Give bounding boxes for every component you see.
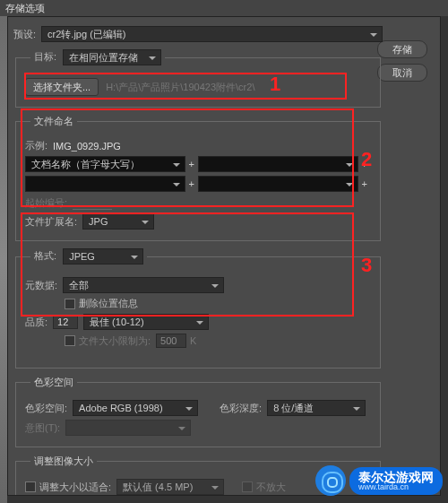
plus-icon: + — [362, 159, 367, 169]
ext-select[interactable]: JPG — [82, 213, 154, 230]
metadata-label: 元数据: — [25, 279, 57, 292]
window-title: 存储选项 — [5, 3, 45, 13]
colordepth-select[interactable]: 8 位/通道 — [267, 400, 366, 416]
no-enlarge-label: 不放大 — [256, 481, 286, 494]
preset-row: 预设: cr2转.jpg (已编辑) — [13, 26, 383, 42]
resize-fit-value: 默认值 (4.5 MP) — [123, 480, 193, 494]
plus-icon: + — [189, 178, 194, 189]
metadata-value: 全部 — [69, 278, 89, 292]
startnum-input[interactable] — [73, 195, 112, 210]
ext-label: 文件扩展名: — [25, 215, 77, 229]
resize-legend: 调整图像大小 — [30, 455, 97, 468]
filesize-limit-input[interactable] — [156, 334, 186, 348]
color-legend: 色彩空间 — [30, 376, 77, 389]
delete-location-checkbox[interactable] — [65, 299, 75, 309]
left-edge-strip — [0, 16, 7, 503]
resize-fieldset: 调整图像大小 调整大小以适合: 默认值 (4.5 MP) 不放大 W: H: 像… — [15, 455, 381, 496]
format-type: JPEG — [69, 249, 95, 264]
format-legend-text: 格式: — [34, 250, 56, 261]
target-legend-text: 目标: — [34, 51, 56, 62]
format-fieldset: 格式: JPEG 元数据: 全部 删除位置信息 品质: 最佳 (10-12) 文… — [15, 248, 381, 369]
ext-value: JPG — [89, 214, 108, 229]
main-area: 预设: cr2转.jpg (已编辑) 目标: 在相同位置存储 选择文件夹... … — [13, 26, 383, 496]
naming-legend: 文件命名 — [30, 115, 77, 128]
resize-fit-checkbox[interactable] — [25, 481, 36, 492]
target-mode-select[interactable]: 在相同位置存储 — [63, 49, 161, 65]
colordepth-value: 8 位/通道 — [273, 401, 314, 415]
right-button-column: 存储 取消 — [377, 40, 427, 82]
dialog: 存储 取消 预设: cr2转.jpg (已编辑) 目标: 在相同位置存储 选择文… — [7, 16, 441, 496]
naming-pattern3-select[interactable] — [25, 176, 185, 192]
window-title-bar: 存储选项 — [0, 0, 448, 16]
filesize-limit-unit: K — [190, 335, 196, 346]
example-label: 示例: — [25, 139, 47, 152]
colorspace-label: 色彩空间: — [25, 402, 67, 415]
choose-folder-button[interactable]: 选择文件夹... — [25, 78, 99, 96]
target-mode: 在相同位置存储 — [69, 50, 138, 65]
example-value: IMG_0929.JPG — [53, 141, 121, 152]
startnum-label: 起始编号: — [25, 196, 67, 210]
cancel-button[interactable]: 取消 — [377, 64, 427, 82]
format-type-select[interactable]: JPEG — [63, 248, 143, 265]
naming-pattern1: 文档名称（首字母大写） — [31, 157, 140, 171]
filesize-limit-label: 文件大小限制为: — [79, 334, 151, 348]
no-enlarge-checkbox — [242, 481, 253, 492]
naming-pattern2-select[interactable] — [198, 156, 358, 172]
preset-label: 预设: — [13, 28, 36, 41]
colorspace-value: Adobe RGB (1998) — [79, 401, 163, 415]
preset-select[interactable]: cr2转.jpg (已编辑) — [41, 26, 383, 42]
intent-label: 意图(T): — [25, 421, 60, 435]
quality-preset-value: 最佳 (10-12) — [90, 315, 144, 329]
metadata-select[interactable]: 全部 — [63, 277, 224, 293]
colorspace-select[interactable]: Adobe RGB (1998) — [73, 400, 198, 416]
intent-select — [65, 420, 191, 436]
save-button[interactable]: 存储 — [377, 40, 427, 58]
naming-fieldset: 文件命名 示例: IMG_0929.JPG 文档名称（首字母大写） + + + … — [15, 115, 381, 241]
target-fieldset: 目标: 在相同位置存储 选择文件夹... H:\产品\产品照片\190423附件… — [15, 49, 381, 108]
naming-pattern4-select[interactable] — [198, 176, 358, 192]
quality-input[interactable] — [53, 315, 78, 329]
format-legend: 格式: JPEG — [30, 248, 147, 265]
quality-preset-select[interactable]: 最佳 (10-12) — [83, 314, 209, 330]
colordepth-label: 色彩深度: — [220, 402, 262, 415]
preset-value: cr2转.jpg (已编辑) — [47, 27, 125, 41]
quality-label: 品质: — [25, 316, 47, 329]
delete-location-label: 删除位置信息 — [79, 297, 138, 310]
plus-icon: + — [362, 178, 367, 189]
resize-fit-select[interactable]: 默认值 (4.5 MP) — [116, 479, 224, 495]
target-path: H:\产品\产品照片\190423附件\cr2\ — [106, 81, 254, 94]
filesize-limit-checkbox[interactable] — [65, 335, 75, 346]
plus-icon: + — [189, 159, 194, 169]
target-legend: 目标: 在相同位置存储 — [30, 49, 165, 65]
color-fieldset: 色彩空间 色彩空间: Adobe RGB (1998) 色彩深度: 8 位/通道… — [15, 376, 381, 447]
resize-fit-label: 调整大小以适合: — [39, 481, 111, 494]
naming-pattern1-select[interactable]: 文档名称（首字母大写） — [25, 156, 185, 172]
